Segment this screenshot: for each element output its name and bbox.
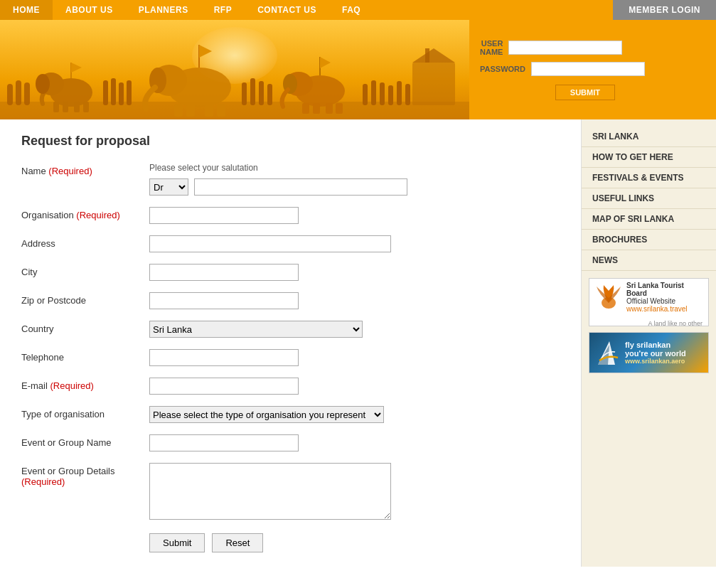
sltb-subtitle: Official Website: [626, 297, 702, 305]
login-submit-button[interactable]: SUBMIT: [555, 85, 615, 100]
sidebar: SRI LANKA HOW TO GET HERE FESTIVALS & EV…: [581, 119, 716, 567]
nav-planners[interactable]: PLANNERS: [126, 0, 201, 20]
email-field: [149, 378, 560, 395]
svg-rect-3: [24, 82, 30, 105]
country-select[interactable]: Sri Lanka Australia India United Kingdom…: [149, 321, 363, 338]
salutation-note: Please select your salutation: [149, 163, 560, 173]
top-navigation: HOME ABOUT US PLANNERS RFP CONTACT US FA…: [0, 0, 716, 20]
svg-rect-16: [127, 80, 132, 105]
country-label: Country: [21, 321, 149, 334]
sidebar-item-sri-lanka[interactable]: SRI LANKA: [582, 127, 716, 147]
telephone-input[interactable]: [149, 349, 299, 366]
svg-rect-34: [336, 103, 343, 114]
name-required: (Required): [48, 166, 92, 176]
zip-input[interactable]: [149, 292, 299, 309]
sidebar-item-brochures[interactable]: BROCHURES: [582, 230, 716, 250]
svg-rect-21: [217, 104, 225, 117]
svg-rect-20: [205, 104, 213, 117]
sidebar-item-news[interactable]: NEWS: [582, 250, 716, 271]
org-type-row: Type of organisation Please select the t…: [21, 406, 560, 423]
telephone-label: Telephone: [21, 349, 149, 363]
sltb-url: www.srilanka.travel: [626, 305, 702, 313]
event-details-textarea[interactable]: [149, 463, 391, 520]
member-login-button[interactable]: MEMBER LOGIN: [613, 0, 716, 20]
nav-home[interactable]: HOME: [0, 0, 53, 20]
svg-rect-6: [63, 102, 68, 112]
banner-illustration: [0, 20, 469, 119]
svg-point-10: [36, 74, 50, 94]
form-buttons: Submit Reset: [149, 533, 560, 552]
city-input[interactable]: [149, 264, 299, 281]
svg-marker-38: [320, 57, 331, 68]
svg-rect-32: [313, 103, 320, 114]
zip-field: [149, 292, 560, 309]
event-name-label: Event or Group Name: [21, 434, 149, 448]
organisation-input[interactable]: [149, 207, 299, 224]
svg-rect-41: [380, 82, 385, 105]
nav-rfp[interactable]: RFP: [201, 0, 245, 20]
username-label: USER NAME: [480, 39, 503, 56]
svg-marker-25: [199, 45, 212, 58]
sidebar-ads: Sri Lanka Tourist Board Official Website…: [589, 278, 709, 373]
country-row: Country Sri Lanka Australia India United…: [21, 321, 560, 338]
city-label: City: [21, 264, 149, 277]
svg-rect-39: [363, 84, 368, 105]
password-input[interactable]: [531, 62, 645, 76]
svg-rect-42: [388, 85, 393, 105]
svg-rect-14: [111, 78, 116, 105]
email-input[interactable]: [149, 378, 299, 395]
name-input[interactable]: [194, 178, 407, 196]
organisation-row: Organisation (Required): [21, 207, 560, 224]
reset-button[interactable]: Reset: [212, 533, 263, 552]
name-field: Please select your salutation Dr Mr Mrs …: [149, 163, 560, 196]
nav-contact-us[interactable]: CONTACT US: [245, 0, 329, 20]
event-name-field: [149, 434, 560, 451]
svg-rect-27: [250, 78, 255, 105]
svg-rect-2: [16, 80, 21, 105]
nav-about-us[interactable]: ABOUT US: [53, 0, 126, 20]
svg-rect-15: [119, 82, 124, 105]
username-input[interactable]: [508, 41, 622, 55]
submit-button[interactable]: Submit: [149, 533, 205, 552]
city-row: City: [21, 264, 560, 281]
sidebar-item-how-to-get-here[interactable]: HOW TO GET HERE: [582, 147, 716, 168]
srilankan-url: www.srilankan.aero: [625, 358, 686, 365]
svg-rect-18: [174, 104, 183, 117]
sidebar-item-useful-links[interactable]: USEFUL LINKS: [582, 188, 716, 209]
nav-faq[interactable]: FAQ: [329, 0, 373, 20]
event-name-input[interactable]: [149, 434, 299, 451]
password-label: PASSWORD: [480, 65, 525, 73]
zip-row: Zip or Postcode: [21, 292, 560, 309]
svg-rect-31: [302, 103, 309, 114]
content-area: Request for proposal Name (Required) Ple…: [0, 119, 581, 567]
org-type-label: Type of organisation: [21, 406, 149, 419]
srilankan-line2: you're our world: [625, 349, 686, 358]
sidebar-navigation: SRI LANKA HOW TO GET HERE FESTIVALS & EV…: [582, 127, 716, 271]
telephone-row: Telephone: [21, 349, 560, 366]
sidebar-item-festivals[interactable]: FESTIVALS & EVENTS: [582, 168, 716, 188]
svg-marker-12: [71, 63, 82, 73]
sltb-ad[interactable]: Sri Lanka Tourist Board Official Website…: [589, 278, 709, 326]
svg-rect-1: [7, 84, 13, 105]
event-details-required: (Required): [21, 476, 65, 487]
svg-rect-8: [83, 102, 89, 112]
main-layout: Request for proposal Name (Required) Ple…: [0, 119, 716, 567]
sidebar-item-map[interactable]: MAP OF SRI LANKA: [582, 209, 716, 230]
svg-rect-19: [186, 104, 195, 117]
address-row: Address: [21, 235, 560, 252]
svg-rect-43: [397, 81, 402, 105]
svg-rect-47: [425, 48, 429, 63]
header-banner: USER NAME PASSWORD SUBMIT: [0, 20, 716, 119]
country-field: Sri Lanka Australia India United Kingdom…: [149, 321, 560, 338]
city-field: [149, 264, 560, 281]
organisation-label: Organisation (Required): [21, 207, 149, 220]
organisation-field: [149, 207, 560, 224]
srilankan-airlines-ad[interactable]: fly srilankan you're our world www.srila…: [589, 332, 709, 373]
salutation-select[interactable]: Dr Mr Mrs Ms Prof: [149, 178, 188, 196]
svg-rect-44: [405, 84, 410, 105]
org-type-select[interactable]: Please select the type of organisation y…: [149, 406, 384, 423]
email-row: E-mail (Required): [21, 378, 560, 395]
svg-rect-7: [74, 102, 80, 112]
address-input[interactable]: [149, 235, 391, 252]
event-name-row: Event or Group Name: [21, 434, 560, 451]
